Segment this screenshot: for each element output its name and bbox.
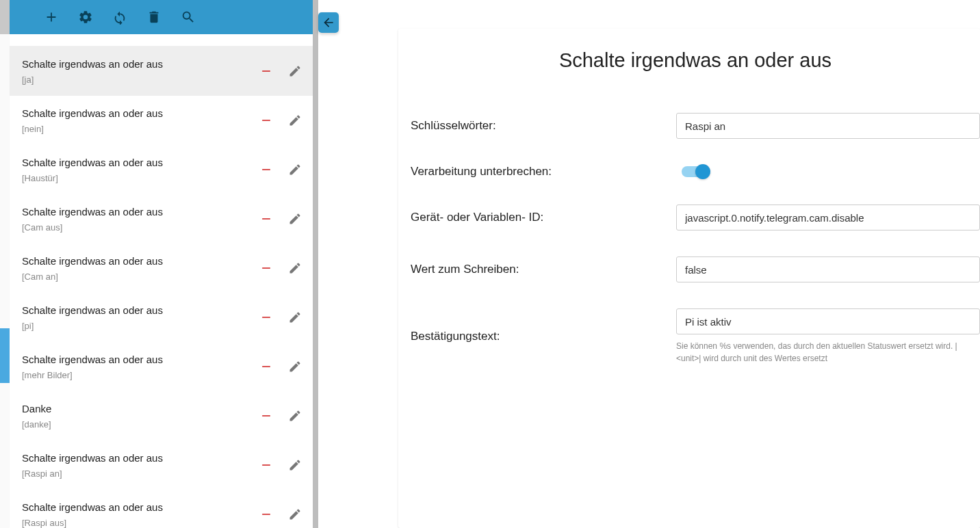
edit-icon[interactable] [288, 163, 302, 176]
detail-title: Schalte irgendwas an oder aus [411, 49, 980, 72]
label-interrupt: Verarbeitung unterbrechen: [411, 165, 676, 179]
refresh-icon[interactable] [112, 10, 127, 25]
remove-icon[interactable] [259, 311, 273, 324]
item-subtitle: [danke] [22, 419, 259, 430]
list-item[interactable]: Schalte irgendwas an oder aus[Cam an] [10, 243, 313, 293]
input-device-id[interactable] [676, 204, 980, 230]
item-title: Schalte irgendwas an oder aus [22, 155, 259, 171]
list-item[interactable]: Schalte irgendwas an oder aus[Cam aus] [10, 194, 313, 243]
item-title: Schalte irgendwas an oder aus [22, 303, 259, 319]
delete-icon[interactable] [146, 10, 162, 25]
edit-icon[interactable] [288, 212, 302, 226]
label-device-id: Gerät- oder Variablen- ID: [411, 211, 676, 224]
item-title: Schalte irgendwas an oder aus [22, 254, 259, 269]
list-item[interactable]: Schalte irgendwas an oder aus[Haustür] [10, 145, 313, 194]
item-subtitle: [nein] [22, 124, 259, 134]
gear-icon[interactable] [78, 10, 93, 25]
sidebar: Schalte irgendwas an oder aus[ja]Schalte… [10, 0, 313, 528]
item-subtitle: [mehr Bilder] [22, 370, 259, 380]
item-subtitle: [Haustür] [22, 173, 259, 183]
item-title: Schalte irgendwas an oder aus [22, 106, 259, 122]
list-item[interactable]: Schalte irgendwas an oder aus[Raspi an] [10, 440, 313, 490]
edit-icon[interactable] [288, 360, 302, 373]
item-title: Schalte irgendwas an oder aus [22, 451, 259, 466]
left-edge-strip [0, 0, 10, 528]
item-title: Schalte irgendwas an oder aus [22, 352, 259, 368]
edit-icon[interactable] [288, 64, 302, 78]
remove-icon[interactable] [259, 458, 273, 472]
panel-divider[interactable] [313, 0, 318, 528]
row-interrupt: Verarbeitung unterbrechen: [411, 165, 980, 179]
item-title: Schalte irgendwas an oder aus [22, 204, 259, 220]
label-keywords: Schlüsselwörter: [411, 119, 676, 133]
label-confirm-text: Bestätigungstext: [411, 330, 676, 343]
search-icon[interactable] [181, 10, 196, 25]
detail-panel: Schalte irgendwas an oder aus Schlüsselw… [398, 29, 980, 528]
toggle-interrupt[interactable] [682, 166, 708, 177]
edit-icon[interactable] [288, 261, 302, 275]
remove-icon[interactable] [259, 114, 273, 127]
remove-icon[interactable] [259, 507, 273, 521]
row-confirm-text: Bestätigungstext: Sie können %s verwende… [411, 308, 980, 365]
remove-icon[interactable] [259, 261, 273, 275]
item-title: Danke [22, 401, 259, 417]
remove-icon[interactable] [259, 409, 273, 423]
list-item[interactable]: Danke[danke] [10, 391, 313, 440]
item-subtitle: [pi] [22, 321, 259, 331]
item-subtitle: [Raspi an] [22, 468, 259, 479]
input-confirm-text[interactable] [676, 308, 980, 334]
list-item[interactable]: Schalte irgendwas an oder aus[mehr Bilde… [10, 342, 313, 391]
list-item[interactable]: Schalte irgendwas an oder aus[ja] [10, 47, 313, 96]
list-item[interactable]: Schalte irgendwas an oder aus[Raspi aus] [10, 490, 313, 528]
edit-icon[interactable] [288, 311, 302, 324]
list-item[interactable]: Schalte irgendwas an oder aus[pi] [10, 293, 313, 342]
hint-confirm-text: Sie können %s verwenden, das durch den a… [676, 340, 980, 365]
edit-icon[interactable] [288, 507, 302, 521]
list-item[interactable]: Schalte irgendwas an oder aus[nein] [10, 96, 313, 145]
add-icon[interactable] [44, 10, 59, 25]
row-write-value: Wert zum Schreiben: [411, 256, 980, 282]
edit-icon[interactable] [288, 458, 302, 472]
sidebar-toolbar [10, 0, 313, 34]
input-keywords[interactable] [676, 113, 980, 139]
item-subtitle: [ja] [22, 75, 259, 85]
remove-icon[interactable] [259, 360, 273, 373]
remove-icon[interactable] [259, 64, 273, 78]
row-device-id: Gerät- oder Variablen- ID: [411, 204, 980, 230]
item-subtitle: [Cam aus] [22, 222, 259, 233]
edit-icon[interactable] [288, 409, 302, 423]
item-title: Schalte irgendwas an oder aus [22, 500, 259, 516]
back-button[interactable] [318, 12, 339, 33]
rules-list[interactable]: Schalte irgendwas an oder aus[ja]Schalte… [10, 47, 313, 528]
item-subtitle: [Cam an] [22, 272, 259, 282]
sidebar-spacer [10, 34, 313, 47]
row-keywords: Schlüsselwörter: [411, 113, 980, 139]
edit-icon[interactable] [288, 114, 302, 127]
item-title: Schalte irgendwas an oder aus [22, 57, 259, 72]
label-write-value: Wert zum Schreiben: [411, 263, 676, 276]
item-subtitle: [Raspi aus] [22, 518, 259, 528]
input-write-value[interactable] [676, 256, 980, 282]
remove-icon[interactable] [259, 212, 273, 226]
remove-icon[interactable] [259, 163, 273, 176]
